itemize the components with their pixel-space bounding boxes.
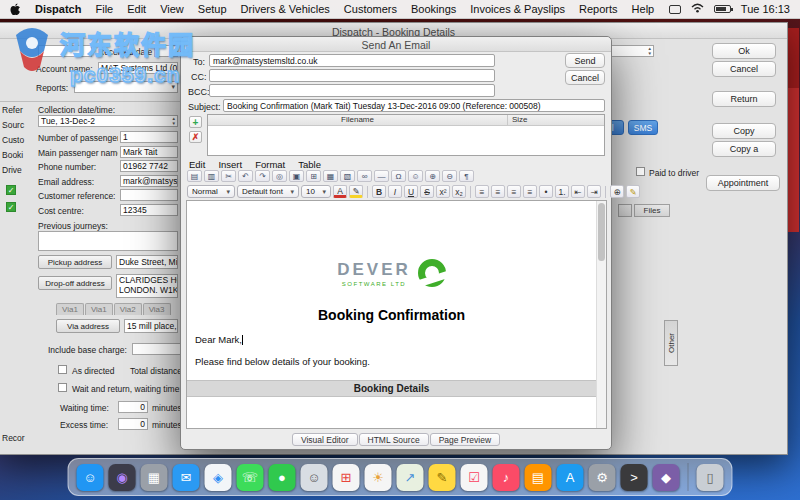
dock-icon-appstore[interactable]: A: [557, 464, 584, 491]
editor-menu-item[interactable]: Format: [255, 159, 285, 170]
dock-icon-maps[interactable]: ↗: [397, 464, 424, 491]
horizontal-rule-icon[interactable]: —: [374, 170, 389, 182]
email-body-editor[interactable]: DEVER SOFTWARE LTD Booking Confirmation …: [186, 200, 607, 429]
copy-button[interactable]: Copy: [712, 123, 776, 139]
copy-a-button[interactable]: Copy a: [712, 141, 776, 157]
reports-dropdown[interactable]: ▾: [74, 81, 178, 93]
undo-icon[interactable]: ↶: [238, 170, 253, 182]
dock-icon-messages[interactable]: ☏: [237, 464, 264, 491]
bcc-input[interactable]: [209, 84, 495, 97]
apple-menu-icon[interactable]: [10, 3, 21, 15]
battery-icon[interactable]: [714, 5, 731, 13]
font-color-icon[interactable]: A: [333, 185, 347, 198]
received-date-input[interactable]: [154, 45, 178, 57]
edit-source-icon[interactable]: ✎: [626, 185, 640, 198]
dropoff-address-input[interactable]: CLARIDGES HOTELLONDON. W1K 4H: [116, 274, 178, 298]
field-input[interactable]: Mark Tait: [120, 146, 178, 158]
font-family-dropdown[interactable]: Default font▾: [237, 185, 299, 198]
underline-icon[interactable]: U: [404, 185, 418, 198]
copy-icon[interactable]: ▥: [204, 170, 219, 182]
cancel-button[interactable]: Cancel: [712, 61, 776, 77]
align-center-icon[interactable]: ≡: [491, 185, 505, 198]
via-address-button[interactable]: Via address: [56, 319, 120, 333]
paste-icon[interactable]: ▤: [187, 170, 202, 182]
align-left-icon[interactable]: ≡: [475, 185, 489, 198]
excess-time-input[interactable]: 0: [118, 418, 148, 430]
field-input[interactable]: 12345: [120, 204, 178, 216]
dock-icon-safari[interactable]: ◈: [205, 464, 232, 491]
reference-input[interactable]: [38, 45, 92, 57]
via-tab[interactable]: Via2: [114, 303, 142, 315]
menu-item[interactable]: Bookings: [411, 3, 456, 15]
return-button[interactable]: Return: [712, 91, 776, 107]
zoom-out-icon[interactable]: ⊖: [442, 170, 457, 182]
dock-icon-mail[interactable]: ✉: [173, 464, 200, 491]
dock-icon-music[interactable]: ♪: [493, 464, 520, 491]
redo-icon[interactable]: ↷: [255, 170, 270, 182]
dock-icon-photos[interactable]: ☀: [365, 464, 392, 491]
stepper-icon[interactable]: ▲▼: [648, 46, 652, 56]
dock-icon-facetime[interactable]: ●: [269, 464, 296, 491]
ok-button[interactable]: Ok: [712, 43, 776, 59]
dock-icon-books[interactable]: ▤: [525, 464, 552, 491]
superscript-icon[interactable]: x²: [436, 185, 450, 198]
editor-menu-item[interactable]: Table: [298, 159, 321, 170]
special-character-icon[interactable]: Ω: [391, 170, 406, 182]
menu-item[interactable]: Setup: [198, 3, 227, 15]
menu-item[interactable]: Drivers & Vehicles: [241, 3, 330, 15]
bullet-list-icon[interactable]: •: [539, 185, 553, 198]
files-tab[interactable]: Files: [634, 204, 670, 217]
italic-icon[interactable]: I: [388, 185, 402, 198]
checked-checkbox[interactable]: ✓: [6, 185, 16, 195]
send-button[interactable]: Send: [565, 53, 605, 68]
dock-icon-notes[interactable]: ✎: [429, 464, 456, 491]
sms-button[interactable]: SMS: [628, 120, 658, 135]
highlight-color-icon[interactable]: ✎: [349, 185, 363, 198]
account-name-value[interactable]: MAT Systems Ltd (000: [98, 62, 178, 74]
wifi-icon[interactable]: [691, 3, 704, 15]
editor-view-tab[interactable]: Visual Editor: [292, 433, 358, 446]
other-tab[interactable]: Other: [664, 320, 678, 366]
menu-item[interactable]: Edit: [127, 3, 146, 15]
remove-attachment-icon[interactable]: ✗: [189, 131, 202, 143]
indent-icon[interactable]: ⇥: [587, 185, 601, 198]
dock-icon-calendar[interactable]: ⊞: [333, 464, 360, 491]
app-menu-dispatch[interactable]: Dispatch: [35, 3, 81, 15]
dock-icon-launchpad[interactable]: ▦: [141, 464, 168, 491]
field-input[interactable]: 1: [120, 131, 178, 143]
menu-item[interactable]: Help: [632, 3, 655, 15]
zoom-icon[interactable]: ⊕: [610, 185, 624, 198]
appointment-button[interactable]: Appointment: [706, 175, 780, 191]
pickup-address-button[interactable]: Pickup address: [38, 255, 112, 269]
field-input[interactable]: mark@matsyste: [120, 175, 178, 187]
via-tab[interactable]: Via3: [143, 303, 171, 315]
cc-input[interactable]: [209, 69, 495, 82]
dock-icon-purple-app[interactable]: ◆: [653, 464, 680, 491]
wait-and-return-checkbox[interactable]: [58, 383, 67, 392]
editor-menu-item[interactable]: Insert: [218, 159, 242, 170]
link-icon[interactable]: ∞: [357, 170, 372, 182]
outdent-icon[interactable]: ⇤: [571, 185, 585, 198]
display-icon[interactable]: [669, 5, 681, 14]
emoticon-icon[interactable]: ☺: [408, 170, 423, 182]
menu-item[interactable]: Customers: [344, 3, 397, 15]
attachment-table[interactable]: Filename Size: [207, 114, 605, 156]
dock-icon-trash[interactable]: ▯: [697, 464, 724, 491]
editor-view-tab[interactable]: Page Preview: [430, 433, 500, 446]
menu-item[interactable]: File: [95, 3, 113, 15]
paragraph-style-dropdown[interactable]: Normal▾: [187, 185, 235, 198]
table-properties-icon[interactable]: ▧: [340, 170, 355, 182]
dock-icon-siri[interactable]: ◉: [109, 464, 136, 491]
dialog-cancel-button[interactable]: Cancel: [565, 70, 605, 85]
pickup-address-input[interactable]: Duke Street, Miche: [116, 255, 178, 269]
field-input[interactable]: [120, 189, 178, 201]
dock-icon-terminal[interactable]: >: [621, 464, 648, 491]
dock-icon-contacts[interactable]: ☺: [301, 464, 328, 491]
menu-item[interactable]: Reports: [579, 3, 618, 15]
align-right-icon[interactable]: ≡: [507, 185, 521, 198]
filename-column-header[interactable]: Filename: [208, 115, 508, 125]
menu-item[interactable]: View: [160, 3, 184, 15]
bold-icon[interactable]: B: [372, 185, 386, 198]
dock-icon-finder[interactable]: ☺: [77, 464, 104, 491]
collection-date-input[interactable]: Tue, 13-Dec-2▲▼: [38, 115, 178, 127]
